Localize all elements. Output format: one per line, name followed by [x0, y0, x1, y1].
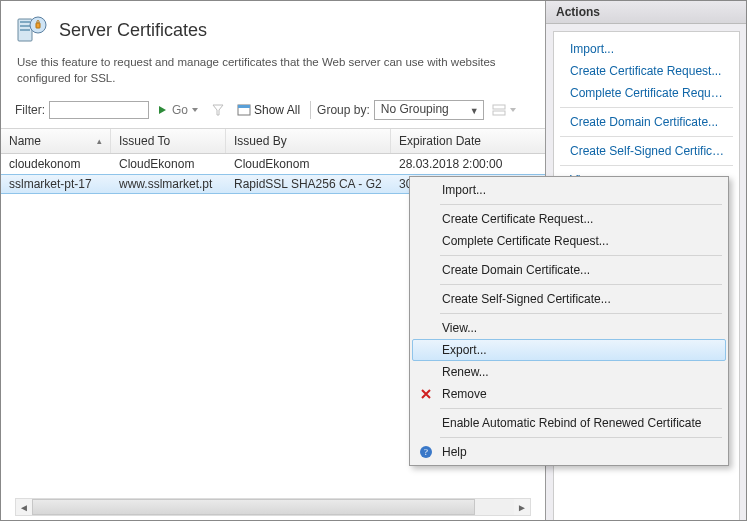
svg-rect-9 [493, 111, 505, 115]
page-header: Server Certificates [1, 1, 545, 53]
svg-rect-3 [20, 29, 30, 31]
cm-separator [440, 408, 722, 409]
svg-rect-5 [36, 23, 40, 28]
column-name[interactable]: Name ▴ [1, 129, 111, 153]
action-create-self-signed[interactable]: Create Self-Signed Certificate... [554, 140, 739, 162]
actions-separator [560, 136, 733, 137]
svg-rect-1 [20, 21, 30, 23]
page-title: Server Certificates [59, 20, 207, 41]
showall-label: Show All [254, 103, 300, 117]
scroll-left-arrow[interactable]: ◄ [16, 499, 32, 515]
cm-create-request[interactable]: Create Certificate Request... [412, 208, 726, 230]
svg-rect-2 [20, 25, 30, 27]
action-complete-request[interactable]: Complete Certificate Request... [554, 82, 739, 104]
filter-go-button[interactable]: Go [153, 102, 203, 118]
grid-header-row: Name ▴ Issued To Issued By Expiration Da… [1, 128, 545, 154]
column-issued-to[interactable]: Issued To [111, 129, 226, 153]
chevron-down-icon: ▼ [470, 106, 479, 116]
cm-import[interactable]: Import... [412, 179, 726, 201]
action-create-request[interactable]: Create Certificate Request... [554, 60, 739, 82]
cm-rebind[interactable]: Enable Automatic Rebind of Renewed Certi… [412, 412, 726, 434]
filter-clear-button[interactable] [207, 102, 229, 118]
svg-text:?: ? [424, 447, 428, 457]
cm-export[interactable]: Export... [412, 339, 726, 361]
scroll-right-arrow[interactable]: ► [514, 499, 530, 515]
svg-rect-7 [238, 105, 250, 108]
cm-separator [440, 284, 722, 285]
toolbar: Filter: Go Show All Group by: No Groupin… [1, 96, 545, 124]
filter-label: Filter: [15, 103, 45, 117]
cm-help[interactable]: ? Help [412, 441, 726, 463]
table-row[interactable]: cloudekonom CloudEkonom CloudEkonom 28.0… [1, 154, 545, 174]
server-cert-icon [15, 13, 49, 47]
showall-button[interactable]: Show All [233, 102, 304, 118]
cm-separator [440, 313, 722, 314]
cm-view[interactable]: View... [412, 317, 726, 339]
remove-icon [418, 386, 434, 402]
action-create-domain[interactable]: Create Domain Certificate... [554, 111, 739, 133]
actions-separator [560, 165, 733, 166]
cm-remove[interactable]: Remove [412, 383, 726, 405]
scroll-thumb[interactable] [32, 499, 475, 515]
context-menu: Import... Create Certificate Request... … [409, 176, 729, 466]
groupby-value: No Grouping [381, 102, 449, 116]
action-import[interactable]: Import... [554, 38, 739, 60]
toolbar-separator [310, 101, 311, 119]
column-expiration[interactable]: Expiration Date [391, 129, 521, 153]
cm-complete-request[interactable]: Complete Certificate Request... [412, 230, 726, 252]
cm-renew[interactable]: Renew... [412, 361, 726, 383]
group-view-button[interactable] [488, 103, 521, 117]
actions-separator [560, 107, 733, 108]
help-icon: ? [418, 444, 434, 460]
go-label: Go [172, 103, 188, 117]
cm-create-domain[interactable]: Create Domain Certificate... [412, 259, 726, 281]
groupby-label: Group by: [317, 103, 370, 117]
cm-separator [440, 437, 722, 438]
cm-separator [440, 204, 722, 205]
filter-input[interactable] [49, 101, 149, 119]
page-description: Use this feature to request and manage c… [1, 53, 545, 96]
column-issued-by[interactable]: Issued By [226, 129, 391, 153]
horizontal-scrollbar[interactable]: ◄ ► [15, 498, 531, 516]
groupby-dropdown[interactable]: No Grouping ▼ [374, 100, 484, 120]
actions-header: Actions [546, 1, 747, 24]
sort-asc-icon: ▴ [97, 136, 102, 146]
cm-create-self-signed[interactable]: Create Self-Signed Certificate... [412, 288, 726, 310]
scroll-track[interactable] [32, 499, 514, 515]
cm-separator [440, 255, 722, 256]
svg-rect-8 [493, 105, 505, 109]
